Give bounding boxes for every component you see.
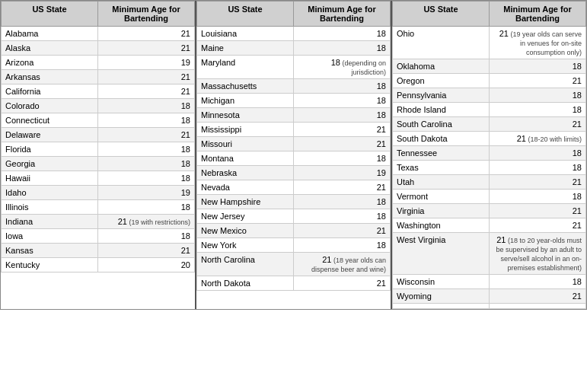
age-value: 21 — [294, 123, 391, 137]
age-value: 18 — [294, 41, 391, 56]
age-value: 19 — [294, 166, 391, 180]
col1-header-state: US State — [197, 2, 294, 27]
table-row: Indiana21 (19 with restrictions) — [2, 215, 195, 229]
table-row: Wisconsin18 — [393, 275, 586, 289]
table-row: South Carolina21 — [393, 117, 586, 132]
table-row: Arizona19 — [2, 56, 195, 70]
column-2: US StateMinimum Age for BartendingOhio21… — [392, 1, 586, 309]
age-value: 18 — [98, 200, 195, 215]
table-row: Kentucky20 — [2, 258, 195, 272]
table-row: Texas18 — [393, 161, 586, 175]
age-value: 21 — [490, 204, 586, 218]
age-value: 21 — [490, 74, 586, 88]
state-name: Arizona — [2, 56, 98, 70]
state-name: New Jersey — [197, 209, 294, 224]
state-name: Florida — [2, 142, 98, 157]
age-value: 21 — [294, 180, 391, 195]
table-row: Nebraska19 — [197, 166, 391, 180]
state-name: Virginia — [393, 204, 490, 218]
state-name: Kentucky — [2, 258, 98, 272]
age-value: 21 — [98, 244, 195, 258]
table-row: Maine18 — [197, 41, 391, 56]
state-name: Idaho — [2, 186, 98, 200]
table-row: Massachusetts18 — [197, 79, 391, 94]
state-name: Maine — [197, 41, 294, 56]
table-row: Pennsylvania18 — [393, 88, 586, 103]
table-row: Arkansas21 — [2, 70, 195, 84]
table-row: Michigan18 — [197, 94, 391, 108]
age-value: 18 — [98, 157, 195, 171]
age-value: 21 — [294, 276, 391, 291]
age-value: 18 — [294, 238, 391, 253]
state-name: Ohio — [393, 27, 490, 59]
age-value: 18 — [490, 103, 586, 117]
age-value: 21 — [490, 175, 586, 190]
table-row: Louisiana18 — [197, 27, 391, 41]
age-value: 21 (19 with restrictions) — [98, 215, 195, 229]
age-value: 18 — [490, 190, 586, 204]
table-row: New Mexico21 — [197, 224, 391, 238]
table-row: Hawaii18 — [2, 171, 195, 186]
age-value: 21 — [294, 224, 391, 238]
age-value: 21 — [490, 289, 586, 304]
age-note: (18-20 with limits) — [526, 135, 582, 143]
state-name: Massachusetts — [197, 79, 294, 94]
age-value: 21 — [98, 128, 195, 142]
table-row: Utah21 — [393, 175, 586, 190]
state-name: New Hampshire — [197, 195, 294, 209]
age-value: 18 — [98, 142, 195, 157]
state-name: Alabama — [2, 27, 98, 41]
age-value: 18 — [490, 59, 586, 74]
state-name: Oklahoma — [393, 59, 490, 74]
table-row: South Dakota21 (18-20 with limits) — [393, 132, 586, 146]
age-value: 18 — [98, 99, 195, 113]
state-name: Arkansas — [2, 70, 98, 84]
col0-header-state: US State — [2, 2, 98, 27]
age-value: 18 — [294, 151, 391, 166]
state-name: Connecticut — [2, 113, 98, 128]
table-row: Colorado18 — [2, 99, 195, 113]
state-name: Maryland — [197, 56, 294, 79]
age-value: 18 — [294, 209, 391, 224]
table-row: Minnesota18 — [197, 108, 391, 123]
state-name: Vermont — [393, 190, 490, 204]
col1-header-age: Minimum Age for Bartending — [294, 2, 391, 27]
age-value: 18 — [98, 229, 195, 244]
state-name: Wyoming — [393, 289, 490, 304]
age-value: 18 — [490, 275, 586, 289]
age-value: 21 — [98, 41, 195, 56]
age-value: 19 — [98, 186, 195, 200]
col2-header-age: Minimum Age for Bartending — [490, 2, 586, 27]
table-row: Delaware21 — [2, 128, 195, 142]
state-name: Missouri — [197, 137, 294, 151]
table-row: North Carolina21 (18 year olds can dispe… — [197, 253, 391, 276]
state-name: Tennessee — [393, 146, 490, 161]
table-row: North Dakota21 — [197, 276, 391, 291]
state-name: Iowa — [2, 229, 98, 244]
state-name: Washington — [393, 218, 490, 233]
age-value: 18 — [490, 88, 586, 103]
table-row: Illinois18 — [2, 200, 195, 215]
state-name: North Carolina — [197, 253, 294, 276]
age-value: 21 — [98, 84, 195, 99]
age-value: 20 — [98, 258, 195, 272]
table-row: Ohio21 (19 year olds can serve in venues… — [393, 27, 586, 59]
column-1: US StateMinimum Age for BartendingLouisi… — [196, 1, 392, 309]
table-row: California21 — [2, 84, 195, 99]
state-name: Minnesota — [197, 108, 294, 123]
table-row: New Hampshire18 — [197, 195, 391, 209]
state-name: Illinois — [2, 200, 98, 215]
age-value: 21 — [490, 117, 586, 132]
table-row: Georgia18 — [2, 157, 195, 171]
col0-header-age: Minimum Age for Bartending — [98, 2, 195, 27]
age-value: 18 — [294, 195, 391, 209]
state-name: Utah — [393, 175, 490, 190]
age-value: 18 — [294, 108, 391, 123]
age-value: 18 — [490, 161, 586, 175]
state-name: Michigan — [197, 94, 294, 108]
state-name: North Dakota — [197, 276, 294, 291]
age-value: 21 (18-20 with limits) — [490, 132, 586, 146]
state-name: New York — [197, 238, 294, 253]
table-row: Montana18 — [197, 151, 391, 166]
state-name: Nevada — [197, 180, 294, 195]
